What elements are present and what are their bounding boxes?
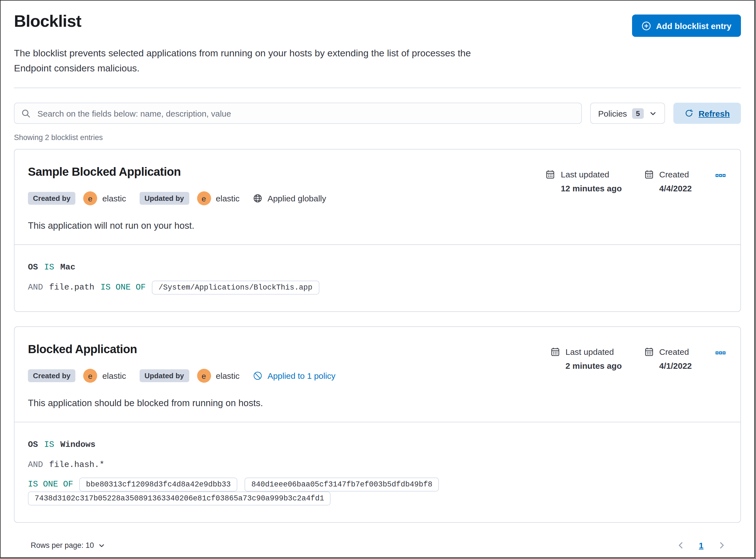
policies-filter-button[interactable]: Policies 5: [590, 103, 665, 124]
globe-icon: [253, 194, 262, 203]
add-blocklist-entry-button[interactable]: Add blocklist entry: [632, 15, 741, 37]
partial-policy-icon: [253, 371, 262, 380]
last-updated-label: Last updated: [561, 170, 609, 179]
entry-title: Blocked Application: [28, 342, 336, 356]
updated-by-user: elastic: [216, 371, 240, 380]
criteria-value-pill: 7438d3102c317b05228a350891363340206e81cf…: [28, 492, 331, 506]
rows-per-page-label: Rows per page: 10: [31, 541, 94, 550]
boxes-horizontal-icon: [715, 348, 726, 358]
entry-badges-row: Created by e elastic Updated by e elasti…: [28, 369, 336, 383]
entry-scope: Applied globally: [253, 194, 326, 203]
created-by-user: elastic: [102, 194, 126, 203]
search-box: [14, 103, 582, 124]
entry-badges-row: Created by e elastic Updated by e elasti…: [28, 192, 326, 205]
refresh-icon: [685, 109, 693, 118]
criteria-line: ANDfile.pathIS ONE OF/System/Application…: [28, 280, 727, 295]
last-updated-value: 2 minutes ago: [566, 361, 622, 371]
criteria-conjunction: AND: [28, 460, 43, 469]
created-by-badge: Created by: [28, 369, 75, 382]
entry-actions-button[interactable]: [714, 347, 727, 358]
created-label: Created: [659, 347, 689, 357]
entry-description: This application should be blocked from …: [28, 398, 727, 408]
criteria-field: file.path: [49, 283, 94, 292]
criteria-line: OSISMac: [28, 260, 727, 274]
page-number-button[interactable]: 1: [695, 540, 707, 551]
rows-per-page-button[interactable]: Rows per page: 10: [27, 541, 109, 550]
criteria-field: Mac: [60, 263, 75, 272]
criteria-line: IS ONE OFbbe80313cf12098d3fc4d8a42e9dbb3…: [28, 477, 727, 506]
blocklist-entry-card: Sample Blocked Application Created by e …: [14, 149, 741, 312]
calendar-icon: [644, 170, 653, 179]
updated-by-user: elastic: [216, 194, 240, 203]
created-by-badge: Created by: [28, 192, 75, 205]
created-label: Created: [659, 170, 689, 179]
last-updated-meta: Last updated 12 minutes ago: [546, 170, 622, 193]
page-header: Blocklist Add blocklist entry: [14, 1, 741, 37]
created-by-user: elastic: [102, 371, 126, 380]
calendar-icon: [644, 347, 653, 357]
search-icon: [21, 109, 31, 118]
entry-description: This application will not run on your ho…: [28, 220, 727, 231]
calendar-icon: [550, 347, 560, 357]
created-value: 4/4/2022: [659, 183, 692, 193]
created-by-avatar: e: [83, 369, 97, 383]
criteria-conjunction: AND: [28, 283, 43, 292]
last-updated-value: 12 minutes ago: [561, 183, 622, 193]
table-footer: Rows per page: 10 1: [14, 523, 741, 559]
header-divider: [14, 88, 741, 88]
search-input[interactable]: [36, 108, 575, 118]
entry-actions-button[interactable]: [714, 170, 727, 181]
criteria-value-pill: bbe80313cf12098d3fc4d8a42e9dbb33: [79, 477, 238, 492]
policies-count-badge: 5: [632, 108, 644, 118]
created-by-avatar: e: [83, 192, 97, 205]
previous-page-button[interactable]: [675, 539, 687, 551]
scope-label: Applied to 1 policy: [267, 371, 336, 380]
entry-criteria: OSISMacANDfile.pathIS ONE OF/System/Appl…: [15, 245, 740, 311]
last-updated-label: Last updated: [566, 347, 614, 357]
toolbar: Policies 5 Refresh: [14, 103, 741, 124]
criteria-field: OS: [28, 440, 38, 449]
updated-by-badge: Updated by: [139, 192, 189, 205]
created-meta: Created 4/4/2022: [644, 170, 692, 193]
criteria-value-pill: /System/Applications/BlockThis.app: [152, 280, 319, 294]
criteria-operator: IS: [44, 263, 54, 272]
applied-policy-link[interactable]: Applied to 1 policy: [253, 371, 336, 380]
scope-label: Applied globally: [267, 194, 326, 203]
criteria-field: Windows: [60, 440, 95, 449]
policies-label: Policies: [598, 109, 627, 118]
blocklist-entries: Sample Blocked Application Created by e …: [14, 149, 741, 523]
created-meta: Created 4/1/2022: [644, 347, 692, 371]
last-updated-meta: Last updated 2 minutes ago: [550, 347, 622, 371]
page-title: Blocklist: [14, 12, 81, 31]
refresh-button[interactable]: Refresh: [673, 103, 741, 124]
criteria-line: ANDfile.hash.*: [28, 457, 727, 472]
blocklist-entry-card: Blocked Application Created by e elastic…: [14, 326, 741, 523]
next-page-button[interactable]: [716, 539, 728, 551]
chevron-down-icon: [649, 109, 657, 117]
criteria-line: OSISWindows: [28, 438, 727, 452]
updated-by-avatar: e: [197, 369, 211, 383]
chevron-down-icon: [98, 541, 106, 549]
criteria-field: OS: [28, 263, 38, 272]
plus-in-circle-icon: [642, 21, 651, 30]
updated-by-avatar: e: [197, 192, 211, 205]
criteria-operator: IS ONE OF: [28, 480, 73, 489]
criteria-operator: IS: [44, 440, 54, 449]
refresh-label: Refresh: [698, 109, 730, 118]
add-button-label: Add blocklist entry: [656, 21, 731, 30]
page-description: The blocklist prevents selected applicat…: [14, 46, 741, 76]
calendar-icon: [546, 170, 555, 179]
criteria-operator: IS ONE OF: [101, 283, 146, 292]
created-value: 4/1/2022: [659, 361, 692, 371]
criteria-value-pill: 840d1eee06baa05cf3147fb7ef003b5dfdb49bf8: [245, 477, 439, 492]
entry-title: Sample Blocked Application: [28, 165, 326, 179]
entry-criteria: OSISWindowsANDfile.hash.*IS ONE OFbbe803…: [15, 422, 740, 522]
boxes-horizontal-icon: [715, 171, 726, 180]
pagination: 1: [675, 539, 728, 551]
showing-count-text: Showing 2 blocklist entries: [14, 133, 741, 142]
blocklist-page: Blocklist Add blocklist entry The blockl…: [0, 0, 755, 558]
criteria-field: file.hash.*: [49, 460, 104, 469]
updated-by-badge: Updated by: [139, 369, 189, 382]
